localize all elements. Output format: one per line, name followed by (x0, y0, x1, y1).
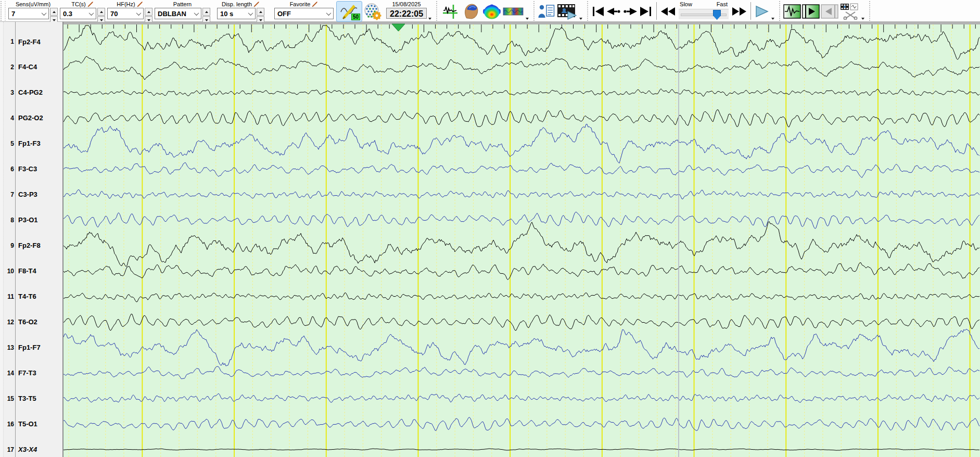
channel-label: C4-PG2 (14, 88, 43, 96)
eeg-main-area: 1Fp2-F42F4-C43C4-PG24PG2-O25Fp1-F36F3-C3… (0, 22, 980, 457)
channel-row[interactable]: 17X3-X4 (0, 445, 61, 454)
sens-spin-up-button[interactable] (50, 8, 58, 16)
channel-row[interactable]: 3C4-PG2 (0, 88, 61, 97)
tc-label: TC(s) (71, 1, 86, 7)
toolbar-grip[interactable] (1, 1, 6, 21)
datetime-dropdown-button[interactable] (427, 16, 432, 21)
chevron-down-icon (87, 12, 96, 16)
favorite-value: OFF (275, 10, 324, 18)
hf-combo[interactable]: 70 (107, 8, 144, 19)
channel-row[interactable]: 16T5-O1 (0, 420, 61, 429)
favorite-label: Favorite (290, 1, 311, 7)
channel-row[interactable]: 13Fp1-F7 (0, 343, 61, 352)
sens-combo[interactable]: 7 (8, 8, 49, 19)
edit-pencil-icon[interactable] (253, 1, 260, 7)
slower-button[interactable] (660, 1, 677, 22)
channel-row[interactable]: 9Fp2-F8 (0, 241, 61, 250)
patient-record-icon (538, 4, 555, 19)
edit-pencil-icon[interactable] (137, 1, 143, 7)
pattern-combo[interactable]: DBLBAN (155, 8, 201, 19)
channel-row[interactable]: 4PG2-O2 (0, 113, 61, 123)
panel-splitter[interactable] (0, 22, 4, 457)
spectrogram-dropdown-button[interactable] (525, 16, 530, 21)
channel-row[interactable]: 1Fp2-F4 (0, 37, 61, 46)
skip-start-icon (591, 6, 605, 17)
notch-frequency-badge: 50 (351, 14, 360, 20)
step-forward-button[interactable] (622, 1, 639, 22)
channel-label: T4-T6 (14, 293, 36, 300)
channel-row[interactable]: 5Fp1-F3 (0, 139, 61, 148)
channel-row[interactable]: 11T4-T6 (0, 292, 61, 301)
position-marker[interactable] (392, 24, 405, 31)
tc-spin-up-button[interactable] (97, 8, 105, 16)
pattern-spin-up-button[interactable] (202, 8, 210, 16)
disp-length-combo[interactable]: 10 s (217, 8, 256, 19)
skip-to-start-button[interactable] (591, 1, 605, 22)
play-button[interactable] (754, 1, 770, 22)
channel-label: F4-C4 (14, 63, 37, 71)
eeg-trace-F3-C3 (63, 162, 979, 177)
electrode-map-gear-icon (363, 3, 382, 20)
eeg-trace-Fp1-F3 (63, 124, 979, 163)
channel-label: T6-O2 (14, 318, 37, 326)
channel-row[interactable]: 10F8-T4 (0, 266, 61, 276)
trace-area[interactable] (62, 22, 980, 457)
eeg-trace-F4-C4 (63, 56, 979, 80)
edit-pencil-icon[interactable] (87, 1, 94, 7)
topography-map-button[interactable] (481, 1, 502, 22)
slow-label: Slow (680, 1, 692, 9)
gutter-divider (15, 22, 16, 457)
eeg-trace-T4-T6 (63, 293, 979, 302)
video-dropdown-button[interactable] (578, 16, 583, 21)
channel-row[interactable]: 12T6-O2 (0, 318, 61, 327)
video-clip-cut-button[interactable] (839, 1, 860, 22)
speed-slider-thumb[interactable] (713, 10, 721, 20)
eeg-trace-X3-X4 (63, 449, 979, 450)
channel-label: T5-O1 (14, 420, 37, 428)
channel-number: 15 (0, 395, 14, 402)
channel-label: P3-O1 (14, 216, 38, 224)
head-3d-map-button[interactable] (461, 1, 481, 22)
head-3d-icon (463, 3, 479, 20)
channel-label: F8-T4 (14, 267, 36, 275)
chevron-down-icon (192, 12, 201, 16)
channel-row[interactable]: 15T3-T5 (0, 394, 61, 403)
tc-value: 0.3 (60, 10, 87, 18)
skip-end-icon (639, 6, 653, 17)
tc-group: TC(s) 0.3 (60, 1, 105, 24)
favorite-combo[interactable]: OFF (274, 8, 334, 19)
wave-review-mode-button[interactable] (783, 1, 801, 22)
eeg-trace-F8-T4 (63, 263, 979, 280)
step-back-button[interactable] (605, 1, 622, 22)
channel-row[interactable]: 6F3-C3 (0, 164, 61, 174)
notch-filter-button[interactable]: 50 (336, 1, 362, 22)
channel-row[interactable]: 2F4-C4 (0, 62, 61, 72)
channel-number: 11 (0, 293, 14, 300)
clip-dropdown-button[interactable] (860, 16, 866, 21)
eeg-trace-F7-T3 (63, 366, 979, 379)
speed-slider[interactable] (679, 9, 729, 19)
channel-row[interactable]: 14F7-T3 (0, 369, 61, 378)
video-playback-button[interactable] (556, 1, 578, 22)
separator (533, 1, 534, 21)
channel-row[interactable]: 8P3-O1 (0, 215, 61, 225)
spectrogram-button[interactable] (502, 1, 524, 22)
skip-to-end-button[interactable] (639, 1, 653, 22)
eeg-review-button[interactable] (440, 1, 461, 22)
play-from-cursor-button[interactable] (801, 1, 820, 22)
montage-settings-button[interactable] (362, 1, 383, 22)
patient-info-button[interactable] (537, 1, 556, 22)
channel-row[interactable]: 7C3-P3 (0, 190, 61, 199)
edit-pencil-icon[interactable] (312, 1, 318, 7)
tc-combo[interactable]: 0.3 (60, 8, 96, 19)
channel-number: 16 (0, 421, 14, 428)
channel-number: 14 (0, 370, 14, 377)
play-dropdown-button[interactable] (770, 16, 775, 21)
chevron-down-icon (246, 12, 255, 16)
channel-number: 5 (0, 140, 14, 147)
disp-length-value: 10 s (218, 10, 246, 18)
channel-label: F3-C3 (14, 165, 37, 173)
disp-spin-up-button[interactable] (257, 8, 264, 16)
faster-button[interactable] (731, 1, 747, 22)
hf-spin-up-button[interactable] (145, 8, 152, 16)
